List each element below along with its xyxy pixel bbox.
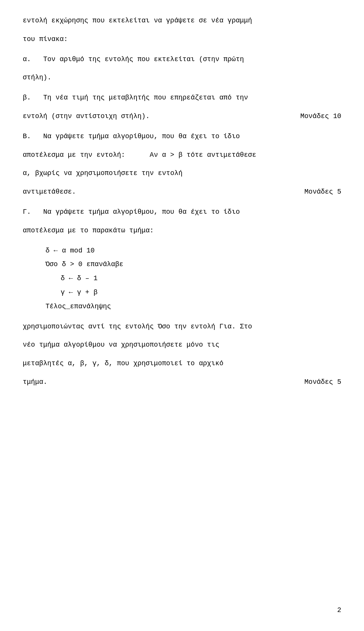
section-b-label: β. (23, 94, 31, 101)
section-big-b-line1: Β. Να γράψετε τμήμα αλγορίθμου, που θα έ… (23, 131, 341, 142)
section-a-line2: στήλη). (23, 72, 341, 83)
section-big-g-cont-text: χρησιμοποιώντας αντί της εντολής Όσο την… (23, 323, 236, 330)
section-a-line1: α. Τον αριθμό της εντολής που εκτελείται… (23, 54, 341, 65)
section-big-g-text: Να γράψετε τμήμα αλγορίθμου, που θα έχει… (43, 208, 240, 216)
intro-line1: εντολή εκχώρησης που εκτελείται να γράψε… (23, 15, 341, 26)
section-big-b-line2-text: α, β (23, 169, 39, 177)
section-big-b-label: Β. (23, 133, 31, 140)
section-b-text2: εντολή (στην αντίστοιχη στήλη). (23, 111, 150, 122)
section-big-b-line3: α, βχωρίς να χρησιμοποιήσετε την εντολή (23, 168, 341, 179)
section-b-monades: Μονάδες 10 (300, 111, 341, 122)
section-big-b-line4-wrap: αντιμετάθεσε. Μονάδες 5 (23, 186, 341, 197)
code-line5: Τέλος_επανάληψης (46, 301, 341, 312)
section-big-g-line2: αποτέλεσμα με το παρακάτω τμήμα: (23, 225, 341, 236)
code-line4: γ ← γ + β (61, 287, 341, 298)
intro-text1: εντολή εκχώρησης που εκτελείται να γράψε… (23, 17, 252, 24)
section-big-b-monades: Μονάδες 5 (304, 186, 341, 197)
section-big-g-line4-text: τμήμα. (23, 377, 47, 388)
section-a-text: Τον αριθμό της εντολής που εκτελείται (σ… (43, 55, 244, 63)
section-big-g-cont-line4-wrap: τμήμα. Μονάδες 5 (23, 377, 341, 388)
section-a-text2: στήλη). (23, 74, 52, 81)
code-line1: δ ← α mod 10 (46, 245, 341, 256)
section-b-line2-wrap: εντολή (στην αντίστοιχη στήλη). Μονάδες … (23, 111, 341, 122)
code-line3: δ ← δ – 1 (61, 273, 341, 284)
code-text3: δ ← δ – 1 (61, 274, 97, 282)
section-b-text: Τη νέα τιμή της μεταβλητής που επηρεάζετ… (43, 94, 248, 101)
section-big-b-line3-text: αντιμετάθεσε. (23, 186, 76, 197)
intro-text2: του πίνακα: (23, 35, 68, 43)
page-content: εντολή εκχώρησης που εκτελείται να γράψε… (23, 15, 341, 388)
section-big-g-label: Γ. (23, 208, 31, 216)
section-big-g-cont: χρησιμοποιώντας αντί της εντολής Όσο την… (23, 321, 341, 388)
section-big-b-text2: αποτέλεσμα με την εντολή: (23, 151, 125, 159)
intro-section: εντολή εκχώρησης που εκτελείται να γράψε… (23, 15, 341, 45)
code-text5: Τέλος_επανάληψης (46, 303, 111, 310)
section-big-b-line2: αποτέλεσμα με την εντολή: Αν α > β τότε … (23, 150, 341, 161)
section-big-g-text2: αποτέλεσμα με το παρακάτω τμήμα: (23, 227, 154, 234)
section-big-g-cont-line3: μεταβλητές α, β, γ, δ, που χρησιμοποιεί … (23, 358, 341, 369)
code-text4: γ ← γ + β (61, 289, 97, 296)
section-big-b: Β. Να γράψετε τμήμα αλγορίθμου, που θα έ… (23, 131, 341, 197)
section-a-label: α. (23, 55, 31, 63)
section-big-g-line2-text: νέο τμήμα αλγορίθμου να χρησιμοποιήσετε … (23, 341, 219, 349)
section-big-g-monades: Μονάδες 5 (304, 377, 341, 388)
section-big-g-line1: Γ. Να γράψετε τμήμα αλγορίθμου, που θα έ… (23, 207, 341, 218)
section-b-line1: β. Τη νέα τιμή της μεταβλητής που επηρεά… (23, 92, 341, 103)
code-text1: δ ← α mod 10 (46, 247, 95, 254)
section-big-b-line2b-text: χωρίς να χρησιμοποιήσετε την εντολή (39, 169, 182, 177)
code-block: δ ← α mod 10 Όσο δ > 0 επανάλαβε δ ← δ –… (23, 245, 341, 312)
section-a: α. Τον αριθμό της εντολής που εκτελείται… (23, 54, 341, 84)
section-big-g-cont2-text: Στο (240, 323, 252, 330)
section-big-b-condition: Αν α > β τότε αντιμετάθεσε (150, 151, 256, 159)
code-line2: Όσο δ > 0 επανάλαβε (46, 259, 341, 270)
page-number: 2 (337, 605, 341, 616)
section-big-b-text: Να γράψετε τμήμα αλγορίθμου, που θα έχει… (43, 133, 240, 140)
code-text2: Όσο δ > 0 επανάλαβε (46, 260, 123, 268)
section-big-g-cont-line1: χρησιμοποιώντας αντί της εντολής Όσο την… (23, 321, 341, 332)
section-big-g: Γ. Να γράψετε τμήμα αλγορίθμου, που θα έ… (23, 207, 341, 236)
section-big-g-line3-text: μεταβλητές α, β, γ, δ, που χρησιμοποιεί … (23, 360, 223, 367)
intro-line2: του πίνακα: (23, 34, 341, 45)
section-b: β. Τη νέα τιμή της μεταβλητής που επηρεά… (23, 92, 341, 122)
section-big-g-cont-line2: νέο τμήμα αλγορίθμου να χρησιμοποιήσετε … (23, 339, 341, 350)
